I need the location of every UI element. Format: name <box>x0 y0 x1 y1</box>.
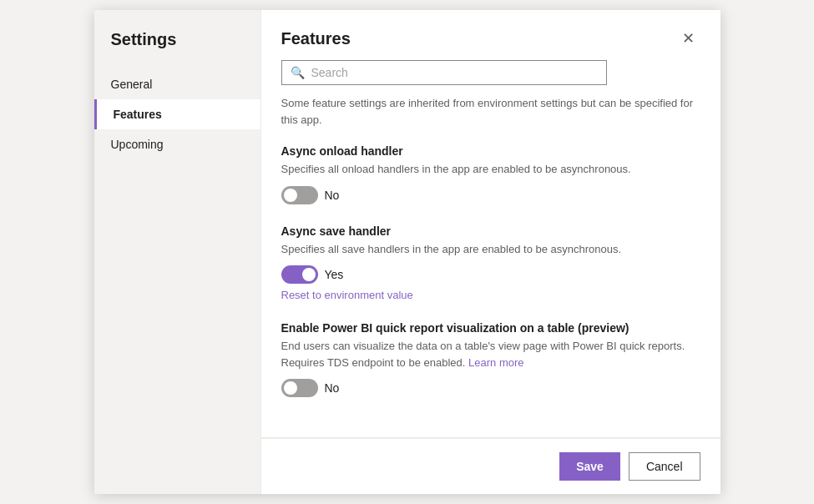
toggle-label-async-save: Yes <box>325 268 344 281</box>
main-panel: Features ✕ 🔍 Some feature settings are i… <box>261 10 720 494</box>
toggle-slider-async-onload <box>281 186 318 204</box>
toggle-row-powerbi: No <box>281 379 700 397</box>
feature-name-async-onload: Async onload handler <box>281 144 700 158</box>
toggle-row-async-onload: No <box>281 186 700 204</box>
toggle-slider-async-save <box>281 265 318 284</box>
toggle-async-save[interactable] <box>281 265 318 284</box>
main-header: Features ✕ <box>261 10 720 60</box>
toggle-label-powerbi: No <box>325 381 340 395</box>
feature-powerbi: Enable Power BI quick report visualizati… <box>281 321 700 397</box>
toggle-row-async-save: Yes <box>281 265 700 284</box>
cancel-button[interactable]: Cancel <box>629 452 700 481</box>
sidebar-item-label-upcoming: Upcoming <box>111 138 164 151</box>
toggle-async-onload[interactable] <box>281 186 318 204</box>
search-bar: 🔍 <box>281 60 700 85</box>
learn-more-link-powerbi[interactable]: Learn more <box>468 356 523 369</box>
feature-async-save: Async save handler Specifies all save ha… <box>281 224 700 302</box>
sidebar-item-label-general: General <box>111 78 153 91</box>
footer: Save Cancel <box>261 438 720 494</box>
main-title: Features <box>281 29 351 48</box>
close-button[interactable]: ✕ <box>677 27 700 50</box>
save-button[interactable]: Save <box>559 452 620 481</box>
feature-desc-async-save: Specifies all save handlers in the app a… <box>281 241 700 258</box>
reset-link-async-save[interactable]: Reset to environment value <box>281 289 700 301</box>
sidebar-item-general[interactable]: General <box>94 69 260 99</box>
sidebar: Settings General Features Upcoming <box>94 10 261 494</box>
feature-async-onload: Async onload handler Specifies all onloa… <box>281 144 700 204</box>
search-input[interactable] <box>311 66 598 79</box>
sidebar-item-label-features: Features <box>114 108 162 121</box>
feature-name-async-save: Async save handler <box>281 224 700 238</box>
sidebar-title: Settings <box>94 27 260 69</box>
toggle-slider-powerbi <box>281 379 318 397</box>
toggle-label-async-onload: No <box>325 189 340 202</box>
toggle-powerbi[interactable] <box>281 379 318 397</box>
inherited-note: Some feature settings are inherited from… <box>281 95 700 128</box>
search-wrapper: 🔍 <box>281 60 607 85</box>
feature-desc-async-onload: Specifies all onload handlers in the app… <box>281 161 700 178</box>
search-icon: 🔍 <box>291 66 305 79</box>
sidebar-item-upcoming[interactable]: Upcoming <box>94 129 260 159</box>
feature-desc-powerbi: End users can visualize the data on a ta… <box>281 338 700 370</box>
content-area: Some feature settings are inherited from… <box>261 95 720 437</box>
sidebar-item-features[interactable]: Features <box>94 99 260 129</box>
feature-name-powerbi: Enable Power BI quick report visualizati… <box>281 321 700 335</box>
settings-dialog: Settings General Features Upcoming Featu… <box>94 10 720 494</box>
